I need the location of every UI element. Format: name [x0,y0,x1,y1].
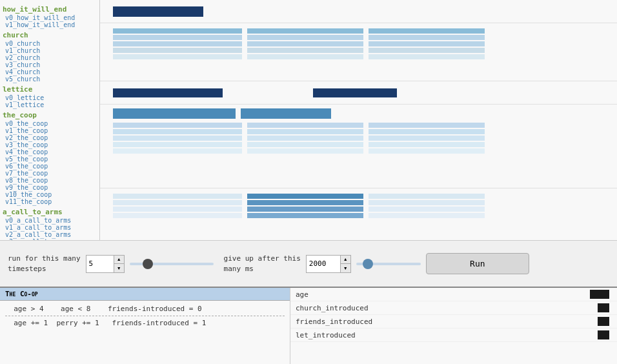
giveup-increment[interactable]: ▲ [341,256,350,265]
timesteps-decrement[interactable]: ▼ [114,264,124,272]
sidebar-item-v2-a-call-to-arms[interactable]: v2_a_call_to_arms [3,231,97,238]
var-row-church-introduced: church_introduced [290,301,617,315]
controls-bar: run for this many timesteps ▲ ▼ give up … [0,240,617,287]
sidebar-item-v9-the-coop[interactable]: v9_the_coop [3,184,97,191]
chart-col-church-1 [113,27,242,77]
sidebar-item-v7-the-coop[interactable]: v7_the_coop [3,170,97,177]
bar-lettice-1 [113,88,223,97]
timesteps-slider-track[interactable] [130,263,214,265]
sidebar-item-v0-lettice[interactable]: v0_lettice [3,94,97,101]
giveup-slider-container[interactable] [356,263,421,265]
code-line-1: age > 4 age < 8 friends-introduced = 0 [5,305,285,313]
sidebar-item-v8-the-coop[interactable]: v8_the_coop [3,177,97,184]
sidebar-item-v2-church[interactable]: v2_church [3,54,97,61]
timesteps-spinner[interactable]: ▲ ▼ [114,256,124,272]
chart-col-coop-3 [369,121,485,155]
vars-scroll[interactable]: age church_introduced friends_introduced… [290,288,617,364]
giveup-input-container[interactable]: ▲ ▼ [306,255,351,273]
sidebar-item-v0-church[interactable]: v0_church [3,40,97,47]
var-row-friends-introduced: friends_introduced [290,315,617,329]
sidebar-item-v1-church[interactable]: v1_church [3,47,97,54]
var-bar-church-introduced [598,303,609,312]
chart-section-the-coop-top [100,105,617,188]
code-panel-body: age > 4 age < 8 friends-introduced = 0 a… [0,301,290,331]
sidebar-item-v11-the-coop[interactable]: v11_the_coop [3,198,97,205]
chart-area [100,0,617,240]
sidebar-item-v2-the-coop[interactable]: v2_the_coop [3,134,97,141]
run-button[interactable]: Run [426,253,529,274]
giveup-label: give up after this many ms [224,254,301,274]
bar-lettice-2 [313,88,397,97]
var-name-church-introduced: church_introduced [296,304,598,312]
chart-col-coop-b2 [247,192,363,219]
chart-col-church-3 [369,27,485,77]
var-name-let-introduced: let_introduced [296,331,598,339]
sidebar-item-v1-how-it-will-end[interactable]: v1_how_it_will_end [3,21,97,28]
sidebar-item-v3-the-coop[interactable]: v3_the_coop [3,141,97,148]
giveup-decrement[interactable]: ▼ [341,264,350,272]
timesteps-input[interactable] [89,259,115,268]
chart-section-the-coop-bottom [100,188,617,240]
sidebar-group-lettice[interactable]: lettice [3,85,97,94]
timesteps-increment[interactable]: ▲ [114,256,124,265]
chart-col-coop-2 [247,121,363,155]
chart-col-church-2 [247,27,363,77]
var-row-age: age [290,288,617,301]
sidebar-item-v1-lettice[interactable]: v1_lettice [3,101,97,108]
chart-col-coop-b3 [369,192,485,219]
chart-section-church [100,23,617,81]
giveup-slider-track[interactable] [356,263,421,265]
sidebar-item-v4-church[interactable]: v4_church [3,68,97,76]
sidebar-item-v0-how-it-will-end[interactable]: v0_how_it_will_end [3,14,97,21]
sidebar-item-v3-church[interactable]: v3_church [3,61,97,68]
timesteps-label: run for this many timesteps [8,254,81,274]
giveup-spinner[interactable]: ▲ ▼ [340,256,350,272]
timesteps-slider-container[interactable] [130,263,214,265]
sidebar-item-v1-the-coop[interactable]: v1_the_coop [3,127,97,134]
chart-col-coop-b1 [113,192,242,219]
var-bar-friends-introduced [598,317,609,326]
code-divider [5,316,285,316]
var-name-age: age [296,290,590,299]
sidebar-item-v5-church[interactable]: v5_church [3,76,97,83]
giveup-slider-thumb[interactable] [363,259,373,269]
sidebar-item-v5-the-coop[interactable]: v5_the_coop [3,156,97,163]
sidebar[interactable]: how_it_will_end v0_how_it_will_end v1_ho… [0,0,100,240]
sidebar-item-v1-a-call-to-arms[interactable]: v1_a_call_to_arms [3,224,97,231]
chart-section-lettice [100,81,617,105]
code-panel: The Co-op age > 4 age < 8 friends-introd… [0,288,290,364]
sidebar-item-v4-the-coop[interactable]: v4_the_coop [3,148,97,156]
bottom-panel: The Co-op age > 4 age < 8 friends-introd… [0,287,617,364]
code-panel-title: The Co-op [0,288,290,301]
chart-col-coop-1 [113,121,242,155]
bar-how-it-will-end [113,6,203,17]
timesteps-slider-thumb[interactable] [143,259,153,269]
sidebar-group-the-coop[interactable]: the_coop [3,111,97,119]
sidebar-item-v6-the-coop[interactable]: v6_the_coop [3,163,97,170]
giveup-input[interactable] [309,259,341,268]
chart-section-how-it-will-end [100,0,617,23]
sidebar-group-a-call-to-arms[interactable]: a_call_to_arms [3,208,97,216]
code-line-2: age += 1 perry += 1 friends-introduced =… [5,319,285,327]
sidebar-item-v10-the-coop[interactable]: v10_the_coop [3,191,97,198]
var-bar-age [590,290,609,299]
timesteps-input-container[interactable]: ▲ ▼ [86,255,125,273]
var-bar-let-introduced [598,330,609,339]
vars-panel: age church_introduced friends_introduced… [290,288,617,364]
var-row-let-introduced: let_introduced [290,329,617,342]
var-name-friends-introduced: friends_introduced [296,318,598,326]
sidebar-group-church[interactable]: church [3,31,97,39]
sidebar-group-how-it-will-end[interactable]: how_it_will_end [3,5,97,14]
sidebar-item-v0-a-call-to-arms[interactable]: v0_a_call_to_arms [3,217,97,224]
sidebar-item-v0-the-coop[interactable]: v0_the_coop [3,120,97,127]
